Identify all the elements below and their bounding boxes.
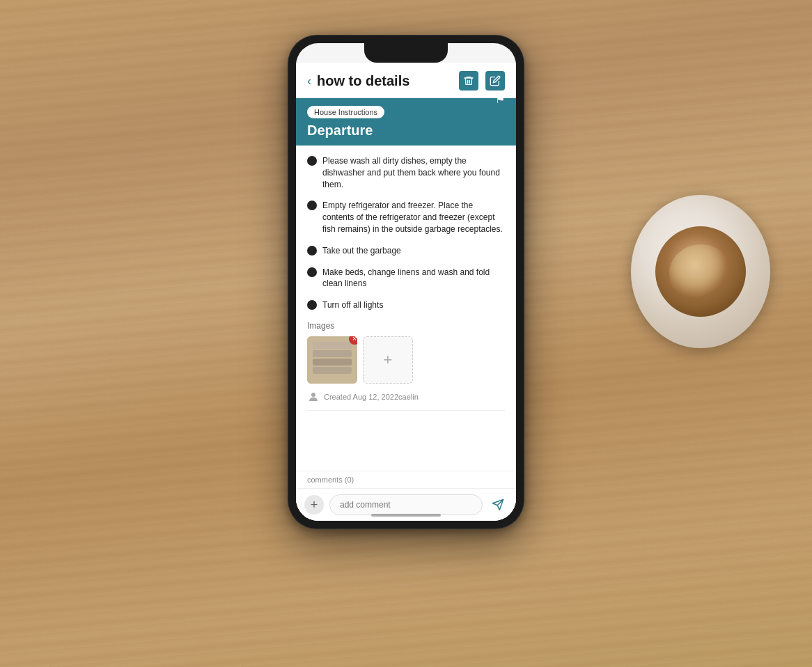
comments-header: comments (0) bbox=[296, 471, 516, 488]
created-text: Created Aug 12, 2022caelin bbox=[324, 393, 419, 401]
phone-notch bbox=[364, 43, 448, 63]
svg-rect-3 bbox=[313, 367, 352, 374]
svg-rect-2 bbox=[313, 359, 352, 366]
delete-button[interactable] bbox=[459, 71, 478, 91]
task-item: Take out the garbage bbox=[307, 245, 505, 257]
flag-icon[interactable]: ⚑ bbox=[495, 93, 505, 106]
svg-rect-4 bbox=[313, 342, 352, 349]
image-content bbox=[307, 336, 357, 384]
comment-input[interactable] bbox=[329, 494, 483, 515]
phone-device: ‹ how to details bbox=[288, 35, 524, 529]
task-bullet bbox=[307, 156, 317, 166]
back-button[interactable]: ‹ bbox=[307, 74, 311, 88]
task-bullet bbox=[307, 267, 317, 277]
send-icon bbox=[492, 499, 504, 511]
section-tag: House Instructions bbox=[307, 106, 384, 118]
content-area[interactable]: Please wash all dirty dishes, empty the … bbox=[296, 146, 516, 471]
latte-art bbox=[669, 244, 733, 304]
images-label: Images bbox=[307, 321, 505, 331]
home-indicator bbox=[371, 514, 441, 517]
comment-add-button[interactable]: + bbox=[304, 495, 324, 515]
add-image-button[interactable]: + bbox=[363, 336, 413, 384]
coffee-latte bbox=[655, 226, 746, 317]
task-text: Make beds, change linens and wash and fo… bbox=[322, 267, 505, 290]
task-item: Please wash all dirty dishes, empty the … bbox=[307, 155, 505, 190]
edit-button[interactable] bbox=[485, 71, 505, 91]
delete-icon bbox=[463, 75, 474, 86]
page-title: how to details bbox=[317, 73, 459, 89]
image-thumbnail[interactable] bbox=[307, 336, 357, 384]
task-bullet bbox=[307, 300, 317, 310]
task-text: Empty refrigerator and freezer. Place th… bbox=[322, 200, 505, 235]
task-bullet bbox=[307, 201, 317, 210]
task-item: Empty refrigerator and freezer. Place th… bbox=[307, 200, 505, 235]
task-text: Please wash all dirty dishes, empty the … bbox=[322, 155, 505, 190]
user-icon bbox=[307, 391, 320, 403]
task-item: Make beds, change linens and wash and fo… bbox=[307, 267, 505, 290]
coffee-cup-decoration bbox=[631, 195, 770, 348]
images-row: + bbox=[307, 336, 505, 384]
task-text: Turn off all lights bbox=[322, 299, 383, 311]
section-header: House Instructions ⚑ Departure bbox=[296, 98, 516, 146]
edit-icon bbox=[490, 75, 501, 86]
task-item: Turn off all lights bbox=[307, 299, 505, 311]
send-button[interactable] bbox=[488, 495, 508, 515]
app-content: ‹ how to details bbox=[296, 63, 516, 521]
images-section: Images bbox=[307, 321, 505, 384]
towel-image bbox=[307, 336, 357, 384]
task-text: Take out the garbage bbox=[322, 245, 401, 257]
header-actions bbox=[459, 71, 505, 91]
svg-rect-1 bbox=[313, 350, 352, 357]
svg-point-5 bbox=[311, 393, 315, 397]
task-bullet bbox=[307, 246, 317, 256]
app-header: ‹ how to details bbox=[296, 63, 516, 98]
created-info: Created Aug 12, 2022caelin bbox=[307, 391, 505, 411]
section-title: Departure bbox=[307, 123, 505, 139]
phone-screen: ‹ how to details bbox=[296, 43, 516, 521]
